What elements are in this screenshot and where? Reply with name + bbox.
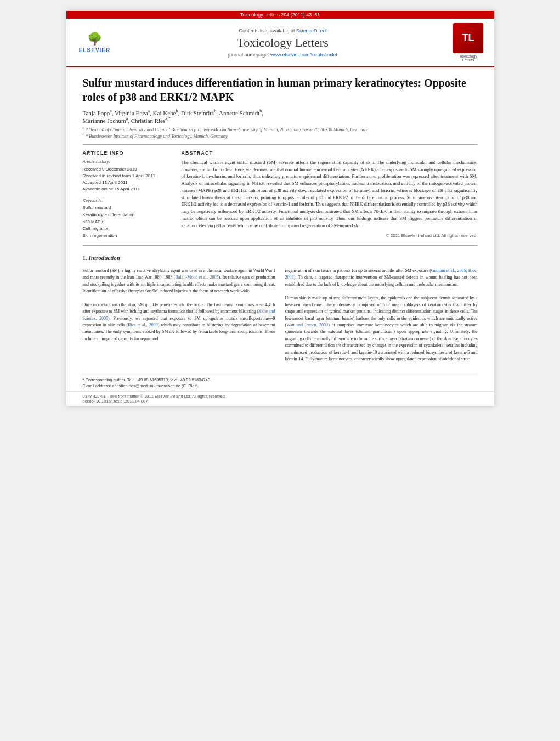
footnote-section: * Corresponding author. Tel.: +49 89 516… [83,374,478,391]
sciencedirect-link[interactable]: ScienceDirect [296,28,327,33]
footer-doi: doi:doi:10.1016/j.toxlet.2011.04.007 [83,399,478,404]
copyright-line: © 2011 Elsevier Ireland Ltd. All rights … [182,233,478,238]
divider [83,144,478,145]
article-info-heading: ARTICLE INFO [83,150,171,156]
tl-logo: TL ToxicologyLetters [449,23,488,62]
ref-ries[interactable]: Ries et al., 2009 [128,323,158,327]
history-received: Received 9 December 2010 [83,166,171,173]
abstract-text: The chemical warfare agent sulfur mustar… [182,159,478,229]
article-info-abstract: ARTICLE INFO Article history: Received 9… [83,150,478,240]
ref-graham[interactable]: Graham et al., 2005; Rice, 2003 [285,268,478,280]
footer-issn: 0378-4274/$ – see front matter © 2011 El… [83,394,478,399]
footer-bar: 0378-4274/$ – see front matter © 2011 El… [66,391,494,406]
keyword-4: Skin regeneration [83,233,171,240]
authors: Tanja Poppa, Virginia Egeaa, Kai Keheb, … [83,109,478,123]
history-accepted: Accepted 11 April 2011 [83,179,171,186]
abstract-col: ABSTRACT The chemical warfare agent sulf… [182,150,478,240]
body-col-left: Sulfur mustard (SM), a highly reactive a… [83,268,275,363]
history-label: Article history: [83,159,171,164]
article-content: Sulfur mustard induces differentiation i… [66,67,494,374]
page: Toxicology Letters 204 (2011) 43–51 🌳 EL… [66,11,494,406]
history-online: Available online 15 April 2011 [83,186,171,193]
homepage-link[interactable]: www.elsevier.com/locate/toxlet [270,52,337,58]
body-col-right: regeneration of skin tissue in patients … [285,268,478,363]
intro-heading: 1. Introduction [83,254,478,261]
footnote-email: E-mail address: christian.ries@med.uni-m… [83,383,478,389]
sciencedirect-line: Contents lists available at ScienceDirec… [117,28,449,33]
top-bar: Toxicology Letters 204 (2011) 43–51 [66,11,494,19]
tl-logo-box: TL [453,23,483,53]
footnote-corresponding: * Corresponding author. Tel.: +49 89 516… [83,377,478,383]
body-text-right: regeneration of skin tissue in patients … [285,268,478,363]
history-revised: Received in revised form 1 April 2011 [83,173,171,179]
ref-watt[interactable]: Watt and Jensen, 2009 [286,323,328,327]
journal-header: 🌳 ELSEVIER Contents lists available at S… [66,19,494,67]
ref-balali[interactable]: Balali-Mood et al., 2005 [175,275,218,280]
keyword-2: p38 MAPK [83,219,171,226]
affiliations: a ᵃ Division of Clinical Chemistry and C… [83,126,478,139]
tl-logo-subtitle: ToxicologyLetters [459,54,477,62]
divider-2 [83,245,478,246]
email-link[interactable]: christian.ries@med.uni-muenchen.de [112,383,180,388]
body-two-col: Sulfur mustard (SM), a highly reactive a… [83,268,478,363]
elsevier-text: ELSEVIER [79,47,110,53]
ref-kehe[interactable]: Kehe and Szinicz, 2005 [83,309,275,320]
article-title: Sulfur mustard induces differentiation i… [83,76,478,104]
journal-homepage: journal homepage: www.elsevier.com/locat… [117,52,449,58]
journal-citation: Toxicology Letters 204 (2011) 43–51 [240,12,320,18]
doi-link[interactable]: doi:10.1016/j.toxlet.2011.04.007 [89,399,148,404]
abstract-heading: ABSTRACT [182,150,478,156]
keyword-1: Keratinocyte differentiation [83,212,171,219]
article-info-col: ARTICLE INFO Article history: Received 9… [83,150,171,240]
elsevier-tree-icon: 🌳 [87,32,102,46]
intro-section: 1. Introduction Sulfur mustard (SM), a h… [83,254,478,363]
elsevier-logo: 🌳 ELSEVIER [73,32,117,53]
journal-center: Contents lists available at ScienceDirec… [117,28,449,58]
keywords-label: Keywords: [83,198,171,203]
journal-title: Toxicology Letters [117,36,449,50]
keyword-0: Sulfur mustard [83,205,171,212]
body-text-left: Sulfur mustard (SM), a highly reactive a… [83,268,275,342]
keyword-3: Cell migration [83,225,171,233]
